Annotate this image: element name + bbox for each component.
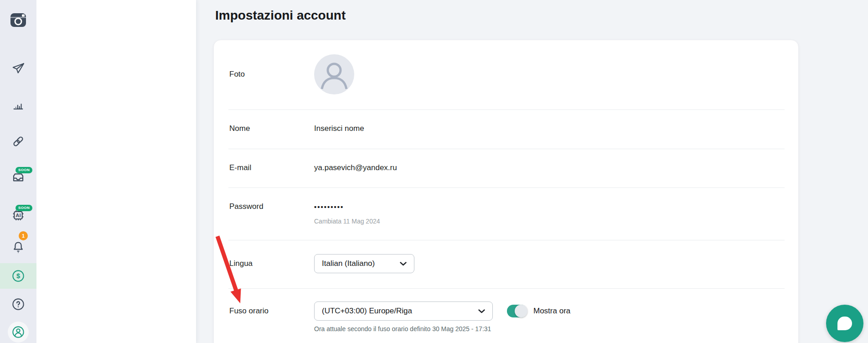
email-field[interactable]: ya.pasevich@yandex.ru [314,163,397,172]
timezone-select-value: (UTC+03:00) Europe/Riga [322,307,412,316]
row-divider [228,109,785,110]
bell-icon[interactable] [11,240,25,254]
show-time-toggle[interactable] [507,305,527,317]
instagram-logo-icon[interactable] [10,11,27,29]
soon-badge: SOON [16,167,32,173]
language-select-value: Italian (Italiano) [322,259,375,268]
row-divider [228,187,785,188]
link-icon[interactable] [11,135,25,148]
password-field[interactable]: ••••••••• [314,203,344,211]
account-settings-card: Foto Nome Inserisci nome E-mail ya.pasev… [213,40,799,343]
row-divider [228,240,785,240]
avatar[interactable] [314,54,354,94]
language-label: Lingua [229,259,253,268]
svg-text:$: $ [16,272,20,280]
chevron-down-icon [478,309,485,313]
photo-label: Foto [229,70,245,79]
page-title: Impostazioni account [215,8,346,23]
icon-rail: SOON AI SOON 1 $ [0,0,36,343]
send-icon[interactable] [11,62,25,75]
bar-chart-icon[interactable] [12,98,25,111]
svg-text:AI: AI [16,213,21,218]
toggle-knob [515,305,527,317]
profile-icon[interactable] [8,322,29,343]
language-select[interactable]: Italian (Italiano) [314,254,414,273]
password-label: Password [229,202,264,211]
name-field[interactable]: Inserisci nome [314,124,364,133]
password-changed-hint: Cambiata 11 Mag 2024 [314,218,380,225]
dollar-circle-icon[interactable]: $ [12,270,25,282]
name-label: Nome [229,124,250,133]
chat-button[interactable] [826,305,863,342]
row-divider [228,149,785,149]
notification-count-badge: 1 [19,231,28,240]
timezone-current-time-hint: Ora attuale secondo il fuso orario defin… [314,325,491,333]
show-time-label: Mostra ora [533,307,570,316]
chat-bubble-icon [837,317,852,330]
row-divider [228,288,785,289]
timezone-label: Fuso orario [229,307,269,316]
timezone-select[interactable]: (UTC+03:00) Europe/Riga [314,301,493,321]
help-icon[interactable] [12,298,25,311]
app-window: SOON AI SOON 1 $ $ Tariffe e Pagamenti F… [0,0,868,343]
email-label: E-mail [229,163,251,172]
sidebar [36,0,196,343]
soon-badge: SOON [16,205,32,211]
chevron-down-icon [400,262,407,266]
